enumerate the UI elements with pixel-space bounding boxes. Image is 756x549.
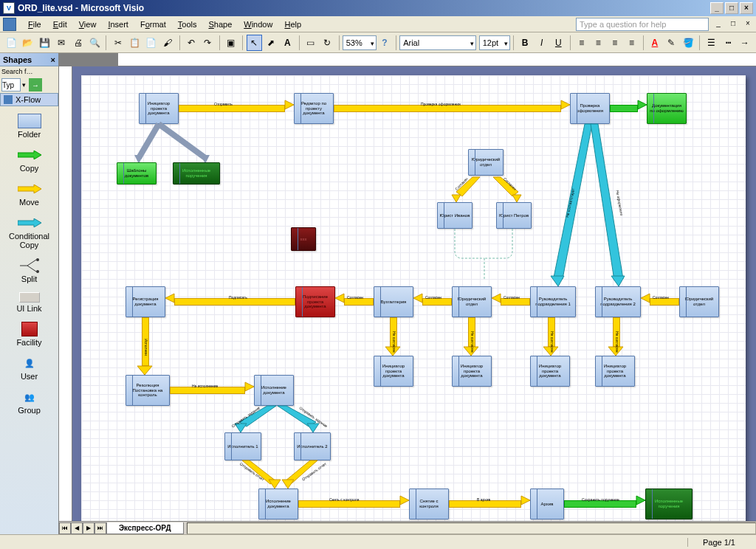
node-legal-3[interactable]: Юридический отдел — [679, 286, 719, 317]
shapes-search-input[interactable] — [1, 78, 21, 92]
menu-edit[interactable]: Edit — [47, 18, 73, 30]
preview-button[interactable]: 🔍 — [87, 35, 103, 51]
horizontal-scrollbar[interactable] — [187, 522, 756, 534]
line-pattern-button[interactable]: ┅ — [721, 35, 736, 51]
menu-insert[interactable]: Insert — [102, 18, 134, 30]
arrow-to-docs[interactable] — [610, 105, 638, 112]
line-ends-button[interactable]: → — [737, 35, 752, 51]
open-button[interactable]: 📂 — [21, 35, 36, 51]
line-color-button[interactable]: ✎ — [664, 35, 679, 51]
node-execution-1[interactable]: Исполнение документа — [254, 375, 294, 406]
mail-button[interactable]: ✉ — [54, 35, 69, 51]
font-combo[interactable]: Arial — [399, 35, 476, 50]
align-center-button[interactable]: ≡ — [591, 35, 606, 51]
print-button[interactable]: 🖨 — [70, 35, 86, 51]
shape-move[interactable]: Move — [0, 177, 58, 211]
node-legal-dept[interactable]: Юридический отдел — [468, 149, 504, 176]
shape-ui-link[interactable]: UI Link — [0, 288, 58, 317]
node-initiator-r1[interactable]: Инициатор проекта документа — [374, 356, 413, 387]
sheet-prev-button[interactable]: ◀ — [71, 522, 83, 534]
search-go-button[interactable]: → — [29, 78, 42, 92]
menu-shape[interactable]: Shape — [202, 18, 238, 30]
new-button[interactable]: 📄 — [4, 35, 19, 51]
doc-close-button[interactable]: × — [743, 19, 753, 30]
node-executor-2[interactable]: Исполнитель 2 — [294, 432, 331, 460]
node-editor[interactable]: Редактор по проекту документа — [294, 93, 334, 124]
menu-view[interactable]: View — [73, 18, 103, 30]
shape-group[interactable]: 👥Group — [0, 385, 58, 419]
help-search-input[interactable]: Type a question for help — [576, 18, 709, 31]
node-execution-2[interactable]: Исполнение документа — [258, 488, 298, 519]
shape-split[interactable]: Split — [0, 254, 58, 288]
menu-window[interactable]: Window — [238, 18, 278, 30]
rotate-button[interactable]: ↻ — [320, 35, 335, 51]
shapes-close-button[interactable]: × — [51, 55, 55, 64]
copy-button[interactable]: 📋 — [127, 35, 142, 51]
justify-button[interactable]: ≡ — [624, 35, 639, 51]
connector-button[interactable]: ⬈ — [264, 35, 279, 51]
fill-color-button[interactable]: 🪣 — [681, 35, 696, 51]
format-painter-button[interactable]: 🖌 — [160, 35, 176, 51]
node-initiator-1[interactable]: Инициатор проекта документа — [139, 93, 179, 124]
restore-button[interactable]: □ — [725, 2, 738, 14]
node-registration[interactable]: Регистрация документа — [126, 286, 165, 317]
node-resolution[interactable]: Резолюция Постановка на контроль — [126, 375, 170, 406]
sheet-last-button[interactable]: ⏭ — [94, 522, 106, 534]
rectangle-button[interactable]: ▭ — [303, 35, 319, 51]
stencil-xflow[interactable]: X-Flow — [0, 93, 58, 106]
menu-help[interactable]: Help — [278, 18, 307, 30]
align-right-button[interactable]: ≡ — [608, 35, 623, 51]
node-done-tasks-2[interactable]: Исполненные поручения — [645, 488, 693, 519]
node-lawyer-petrov[interactable]: Юрист Петров — [496, 202, 532, 229]
node-docs-format[interactable]: Документация по оформлению — [647, 93, 687, 124]
doc-restore-button[interactable]: □ — [728, 19, 738, 30]
node-initiator-r2[interactable]: Инициатор проекта документа — [452, 356, 492, 387]
canvas-viewport[interactable]: Инициатор проекта документа Отправить Ре… — [72, 66, 756, 521]
bold-button[interactable]: B — [518, 35, 533, 51]
redo-button[interactable]: ↷ — [200, 35, 216, 51]
node-executor-1[interactable]: Исполнитель 1 — [224, 432, 261, 460]
shape-conditional-copy[interactable]: Conditional Copy — [0, 211, 58, 254]
help-button[interactable]: ? — [377, 35, 393, 51]
pointer-tool-button[interactable]: ↖ — [247, 35, 262, 51]
node-head-1[interactable]: Руководитель подразделения 1 — [530, 286, 576, 317]
shapes-button[interactable]: ▣ — [224, 35, 239, 51]
shape-facility[interactable]: Facility — [0, 317, 58, 351]
node-head-2[interactable]: Руководитель подразделения 2 — [595, 286, 641, 317]
node-initiator-r4[interactable]: Инициатор проекта документа — [595, 356, 635, 387]
menu-file[interactable]: FFileile — [22, 18, 47, 30]
shape-user[interactable]: 👤User — [0, 351, 58, 385]
node-accounting[interactable]: Бухгалтерия — [374, 286, 413, 317]
line-weight-button[interactable]: ☰ — [704, 35, 719, 51]
node-templates[interactable]: Шаблоны документов — [117, 162, 157, 184]
underline-button[interactable]: U — [551, 35, 566, 51]
node-sign-project[interactable]: Подписание проекта документа — [295, 286, 335, 317]
doc-minimize-button[interactable]: _ — [713, 19, 724, 30]
menu-format[interactable]: Format — [134, 18, 172, 30]
close-window-button[interactable]: × — [740, 2, 753, 14]
drawing-page[interactable]: Инициатор проекта документа Отправить Ре… — [81, 75, 746, 521]
node-facility-xxx[interactable]: xxx — [291, 227, 316, 251]
menu-tools[interactable]: Tools — [172, 18, 203, 30]
paste-button[interactable]: 📄 — [143, 35, 159, 51]
save-button[interactable]: 💾 — [37, 35, 52, 51]
node-initiator-r3[interactable]: Инициатор проекта документа — [530, 356, 570, 387]
node-archive[interactable]: Архив — [530, 488, 564, 519]
sheet-next-button[interactable]: ▶ — [83, 522, 94, 534]
zoom-combo[interactable]: 53% — [343, 35, 377, 50]
font-color-button[interactable]: A — [647, 35, 663, 51]
node-check-format[interactable]: Проверка оформления — [570, 93, 610, 124]
undo-button[interactable]: ↶ — [183, 35, 199, 51]
node-lawyer-ivanov[interactable]: Юрист Иванов — [437, 202, 472, 229]
minimize-button[interactable]: _ — [710, 2, 724, 14]
sheet-first-button[interactable]: ⏮ — [59, 522, 71, 534]
shape-copy[interactable]: Copy — [0, 143, 58, 177]
align-left-button[interactable]: ≡ — [574, 35, 589, 51]
font-size-combo[interactable]: 12pt — [479, 35, 510, 50]
shape-folder[interactable]: Folder — [0, 109, 58, 143]
node-done-tasks-1[interactable]: Исполненные поручения — [173, 162, 220, 184]
sheet-tab-express-ord[interactable]: Экспресс-ОРД — [106, 522, 184, 534]
node-legal-2[interactable]: Юридический отдел — [452, 286, 492, 317]
italic-button[interactable]: I — [534, 35, 549, 51]
text-tool-button[interactable]: A — [280, 35, 295, 51]
